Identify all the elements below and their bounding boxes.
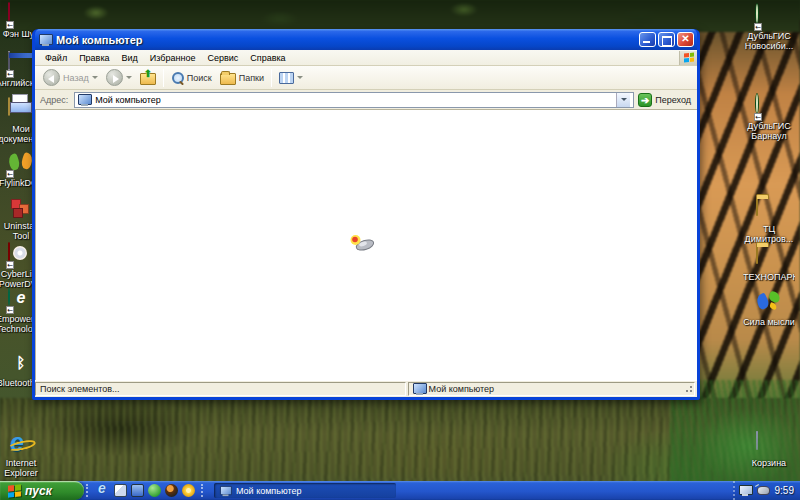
back-arrow-icon (43, 69, 60, 86)
my-computer-icon (413, 383, 426, 395)
menu-file[interactable]: Файл (39, 53, 73, 63)
empowering-icon (8, 288, 34, 312)
search-button[interactable]: Поиск (167, 67, 216, 89)
close-button[interactable] (677, 32, 694, 47)
status-text: Поиск элементов... (35, 382, 406, 396)
status-location: Мой компьютер (408, 382, 695, 396)
desktop-icon-technopark[interactable]: ТЕХНОПАРК (746, 246, 792, 282)
desktop-icon-2gis-novosibirsk[interactable]: ДубльГИС Новосиби... (746, 5, 792, 51)
menu-tools[interactable]: Сервис (201, 53, 244, 63)
minimize-button[interactable] (639, 32, 656, 47)
powerdvd-icon (8, 243, 34, 267)
windows-logo-icon (679, 51, 697, 65)
chevron-down-icon (621, 98, 627, 104)
folder-icon (756, 246, 782, 270)
taskband-grip[interactable] (201, 484, 206, 497)
back-label: Назад (63, 73, 89, 83)
display-settings-icon[interactable] (739, 485, 752, 496)
menu-help[interactable]: Справка (244, 53, 291, 63)
forward-arrow-icon (106, 69, 123, 86)
chevron-down-icon (297, 76, 303, 82)
up-button[interactable] (136, 67, 160, 89)
internet-explorer-icon (8, 432, 34, 456)
2gis-icon (756, 95, 782, 119)
desktop-icon-label: Internet Explorer (0, 458, 47, 478)
chevron-down-icon (126, 76, 132, 82)
windows-explorer-icon[interactable] (131, 484, 144, 497)
chevron-down-icon (92, 76, 98, 82)
desktop-icon-tc-dimitrov[interactable]: ТЦ Димитров... (746, 198, 792, 244)
my-computer-icon (78, 94, 91, 106)
desktop-icon-sila-mysli[interactable]: Сила мысли (746, 291, 792, 327)
system-tray: 9:59 (733, 481, 800, 500)
shortcut-arrow-icon (6, 261, 14, 269)
start-label: пуск (25, 484, 52, 498)
desktop-icon-2gis-barnaul[interactable]: ДубльГИС Барнаул (746, 95, 792, 141)
desktop-icon-label: Корзина (743, 458, 795, 468)
butterfly-icon (756, 291, 782, 315)
back-button[interactable]: Назад (39, 67, 102, 89)
window-title: Мой компьютер (56, 34, 637, 46)
up-folder-icon (140, 73, 156, 85)
views-icon (279, 72, 294, 84)
bluetooth-icon (8, 352, 34, 376)
desktop-icon-internet-explorer[interactable]: Internet Explorer (0, 432, 44, 478)
window-titlebar[interactable]: Мой компьютер (35, 29, 697, 50)
my-computer-icon (220, 485, 231, 495)
address-input[interactable]: Мой компьютер (74, 92, 634, 108)
desktop-icon-label: ДубльГИС Барнаул (743, 121, 795, 141)
folders-button[interactable]: Папки (216, 67, 268, 89)
desktop: Фэн Шуй Английски... Мои документы Flyli… (0, 0, 800, 500)
wallpaper-foliage (0, 0, 800, 32)
quicklaunch-grip[interactable] (86, 484, 91, 497)
maximize-button[interactable] (658, 32, 675, 47)
go-label: Переход (655, 95, 691, 105)
show-desktop-icon[interactable] (114, 484, 127, 497)
desktop-icon-label: ТЦ Димитров... (743, 224, 795, 244)
browser-app-icon[interactable] (165, 484, 178, 497)
flylinkdc-icon (8, 152, 34, 176)
mouse-device-icon[interactable] (757, 486, 770, 495)
menu-bar: Файл Правка Вид Избранное Сервис Справка (35, 50, 697, 66)
folders-icon (220, 73, 236, 85)
forward-button[interactable] (102, 67, 136, 89)
toolbar: Назад Поиск Папки (35, 66, 697, 90)
status-bar: Поиск элементов... Мой компьютер (35, 380, 697, 397)
go-arrow-icon: ➔ (638, 93, 652, 107)
green-app-icon[interactable] (148, 484, 161, 497)
task-label: Мой компьютер (236, 486, 302, 496)
menu-edit[interactable]: Правка (73, 53, 115, 63)
feng-shui-icon (8, 3, 34, 27)
address-value: Мой компьютер (95, 95, 612, 105)
search-label: Поиск (187, 73, 212, 83)
taskbar-clock[interactable]: 9:59 (775, 485, 794, 496)
toolbar-separator (163, 69, 164, 87)
address-label: Адрес: (38, 95, 70, 105)
shortcut-arrow-icon (754, 113, 762, 121)
recycle-bin-icon (756, 432, 782, 456)
start-button[interactable]: пуск (0, 481, 84, 500)
app-window-icon (8, 52, 34, 76)
views-button[interactable] (275, 67, 307, 89)
desktop-icon-label: Сила мысли (743, 317, 795, 327)
taskbar-task-my-computer[interactable]: Мой компьютер (214, 483, 396, 498)
internet-explorer-icon[interactable] (97, 484, 110, 497)
shortcut-arrow-icon (6, 170, 14, 178)
desktop-icon-label: ТЕХНОПАРК (743, 272, 795, 282)
menu-view[interactable]: Вид (116, 53, 144, 63)
icq-icon[interactable] (182, 484, 195, 497)
folders-label: Папки (239, 73, 264, 83)
shortcut-arrow-icon (6, 306, 14, 314)
resize-grip[interactable] (684, 385, 693, 394)
2gis-icon (756, 5, 782, 29)
explorer-window: Мой компьютер Файл Правка Вид Избранное … (32, 29, 700, 400)
address-dropdown-button[interactable] (616, 93, 630, 107)
desktop-icon-recycle-bin[interactable]: Корзина (746, 432, 792, 468)
window-body: Файл Правка Вид Избранное Сервис Справка… (35, 50, 697, 397)
shortcut-arrow-icon (754, 23, 762, 31)
menu-favorites[interactable]: Избранное (144, 53, 202, 63)
go-button[interactable]: ➔ Переход (638, 93, 694, 107)
search-icon (171, 71, 184, 84)
status-location-label: Мой компьютер (429, 384, 495, 394)
my-documents-icon (8, 98, 34, 122)
